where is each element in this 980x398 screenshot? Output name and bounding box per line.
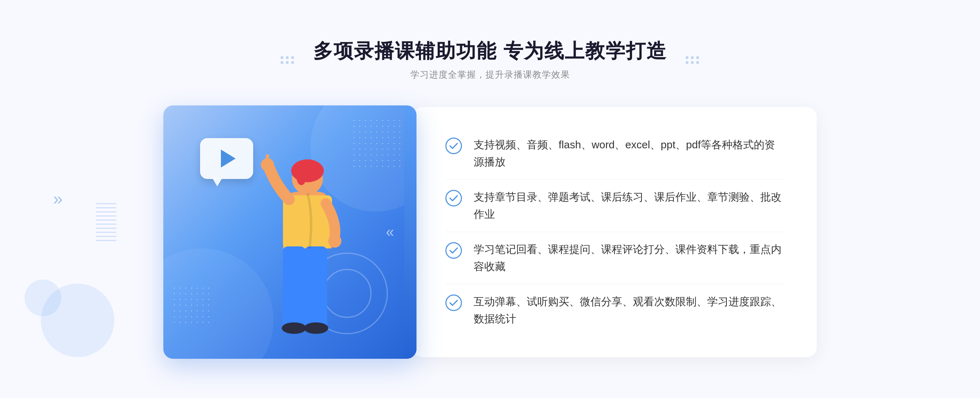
- feature-text-3: 学习笔记回看、课程提问、课程评论打分、课件资料下载，重点内容收藏: [474, 241, 784, 275]
- illustration-dots-bottom: [172, 285, 212, 326]
- svg-point-10: [328, 235, 341, 248]
- feature-text-1: 支持视频、音频、flash、word、excel、ppt、pdf等各种格式的资源…: [474, 136, 784, 170]
- blue-circle-decoration-2: [24, 279, 61, 316]
- svg-rect-4: [283, 246, 305, 328]
- dot: [281, 61, 283, 64]
- dot: [286, 56, 289, 59]
- play-icon: [221, 150, 236, 168]
- svg-point-12: [446, 190, 461, 206]
- svg-point-13: [446, 243, 461, 258]
- decorative-dots-right: [686, 56, 699, 64]
- svg-rect-5: [305, 246, 327, 328]
- feature-text-4: 互动弹幕、试听购买、微信分享、观看次数限制、学习进度跟踪、数据统计: [474, 293, 784, 327]
- check-icon: [445, 294, 462, 311]
- feature-item: 支持视频、音频、flash、word、excel、ppt、pdf等各种格式的资源…: [445, 127, 784, 180]
- left-chevron-icon: »: [53, 189, 62, 209]
- main-title: 多项录播课辅助功能 专为线上教学打造: [313, 39, 666, 63]
- feature-item: 学习笔记回看、课程提问、课程评论打分、课件资料下载，重点内容收藏: [445, 232, 784, 284]
- stripe-decoration: [96, 200, 116, 241]
- dot: [696, 61, 699, 64]
- dot: [291, 61, 294, 64]
- feature-text-2: 支持章节目录、弹题考试、课后练习、课后作业、章节测验、批改作业: [474, 189, 784, 223]
- svg-point-2: [296, 169, 306, 185]
- illustration-dots-top: [351, 118, 404, 171]
- features-panel: 支持视频、音频、flash、word、excel、ppt、pdf等各种格式的资源…: [412, 107, 817, 357]
- check-icon: [445, 242, 462, 259]
- dot: [691, 61, 694, 64]
- check-icon: [445, 137, 462, 154]
- feature-item: 互动弹幕、试听购买、微信分享、观看次数限制、学习进度跟踪、数据统计: [445, 284, 784, 336]
- illustration-card: «: [163, 105, 416, 359]
- dot: [291, 56, 294, 59]
- check-icon: [445, 190, 462, 207]
- feature-item: 支持章节目录、弹题考试、课后练习、课后作业、章节测验、批改作业: [445, 180, 784, 232]
- content-area: «: [163, 105, 817, 359]
- dot: [281, 56, 283, 59]
- dot: [686, 61, 688, 64]
- svg-point-11: [446, 138, 461, 154]
- svg-point-9: [304, 322, 328, 334]
- illustration-chevron-icon: «: [386, 224, 394, 241]
- dot: [691, 56, 694, 59]
- dot: [686, 56, 688, 59]
- sub-title: 学习进度全掌握，提升录播课教学效果: [313, 69, 666, 81]
- header-section: 多项录播课辅助功能 专为线上教学打造 学习进度全掌握，提升录播课教学效果: [313, 39, 666, 81]
- dot: [696, 56, 699, 59]
- dot: [286, 61, 289, 64]
- decorative-dots-left: [281, 56, 294, 64]
- right-accent-bar: [404, 105, 416, 359]
- svg-point-6: [261, 158, 274, 171]
- svg-point-8: [282, 322, 306, 334]
- svg-point-1: [291, 159, 324, 182]
- person-illustration: [244, 154, 359, 359]
- page-wrapper: » 多项录播课辅助功能 专为线上教学打造 学习进度全掌握，提升录播课教学效果: [0, 0, 980, 398]
- svg-point-14: [446, 295, 461, 311]
